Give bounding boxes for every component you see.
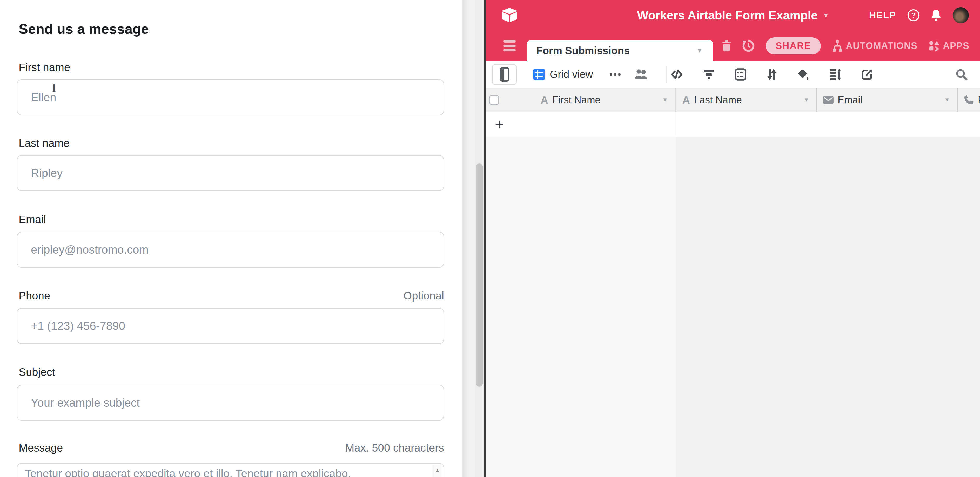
column-dropdown-caret-icon[interactable]: ▼ bbox=[944, 97, 950, 103]
apps-icon bbox=[929, 40, 940, 52]
subject-input[interactable] bbox=[17, 385, 444, 421]
group-button[interactable] bbox=[735, 68, 746, 81]
base-title-menu[interactable]: Workers Airtable Form Example ▼ bbox=[637, 0, 829, 31]
add-record-plus-icon[interactable]: + bbox=[495, 117, 503, 132]
email-input[interactable] bbox=[17, 232, 444, 268]
tables-menu-button[interactable] bbox=[503, 40, 516, 51]
tabrow-right-group: SHARE AUTOMATIONS bbox=[722, 31, 969, 61]
message-label: Message bbox=[19, 442, 63, 454]
user-avatar[interactable] bbox=[953, 7, 969, 23]
history-icon[interactable] bbox=[742, 40, 754, 52]
view-options-ellipsis-button[interactable] bbox=[610, 73, 620, 76]
phone-input[interactable] bbox=[17, 308, 444, 344]
view-name-label[interactable]: Grid view bbox=[550, 68, 593, 80]
airtable-topbar: Workers Airtable Form Example ▼ HELP ? bbox=[486, 0, 980, 31]
grid-header-row: A First Name ▼ A Last Name ▼ Email ▼ bbox=[486, 88, 980, 112]
table-caret-icon: ▼ bbox=[697, 47, 703, 54]
contact-form-pane: Send us a message First name I Last name… bbox=[0, 0, 463, 477]
row-height-button[interactable] bbox=[829, 68, 842, 81]
question-circle-icon[interactable]: ? bbox=[908, 10, 920, 21]
collaborators-icon[interactable] bbox=[635, 68, 648, 81]
last-name-label: Last name bbox=[19, 137, 70, 149]
sort-button[interactable] bbox=[767, 68, 777, 81]
view-sidebar-toggle-button[interactable] bbox=[492, 64, 517, 85]
automations-label: AUTOMATIONS bbox=[846, 41, 918, 51]
column-dropdown-caret-icon[interactable]: ▼ bbox=[803, 97, 809, 103]
base-title-caret-icon: ▼ bbox=[823, 12, 829, 19]
automations-icon bbox=[832, 40, 843, 52]
column-header-phone[interactable]: Phone bbox=[958, 88, 980, 112]
active-table-tab[interactable]: Form Submissions ▼ bbox=[527, 40, 713, 61]
column-header-first-name[interactable]: A First Name ▼ bbox=[486, 88, 676, 112]
page-scrollbar-track[interactable] bbox=[475, 0, 484, 477]
message-maxchars-hint: Max. 500 characters bbox=[345, 442, 444, 454]
first-name-label: First name bbox=[19, 61, 70, 74]
phone-optional-hint: Optional bbox=[404, 290, 444, 302]
select-all-checkbox[interactable] bbox=[489, 95, 499, 105]
airtable-tabrow: Form Submissions ▼ SHARE bbox=[486, 31, 980, 61]
scroll-up-arrow-icon[interactable]: ▲ bbox=[433, 465, 441, 473]
bell-icon[interactable] bbox=[931, 10, 941, 21]
column-divider bbox=[676, 137, 676, 477]
message-scrollbar[interactable]: ▲ bbox=[433, 465, 441, 477]
filter-button[interactable] bbox=[703, 69, 714, 80]
last-name-input[interactable] bbox=[17, 155, 444, 191]
message-text: Tenetur optio quaerat expedita vero et i… bbox=[25, 467, 351, 477]
sidebar-toggle-icon bbox=[500, 67, 509, 82]
column-divider bbox=[676, 112, 676, 136]
page-scrollbar-thumb[interactable] bbox=[476, 163, 483, 387]
search-icon[interactable] bbox=[956, 68, 967, 81]
email-field-type-icon bbox=[823, 96, 834, 104]
form-heading: Send us a message bbox=[19, 21, 149, 37]
grid-view-icon[interactable] bbox=[533, 68, 545, 81]
apps-label: APPS bbox=[943, 41, 969, 51]
share-view-button[interactable] bbox=[862, 69, 873, 80]
message-textarea[interactable]: Tenetur optio quaerat expedita vero et i… bbox=[17, 463, 444, 477]
active-table-name: Form Submissions bbox=[536, 45, 630, 57]
column-header-last-name[interactable]: A Last Name ▼ bbox=[676, 88, 817, 112]
color-button[interactable] bbox=[797, 68, 809, 81]
share-button[interactable]: SHARE bbox=[766, 37, 821, 54]
window-edge bbox=[484, 0, 486, 477]
automations-button[interactable]: AUTOMATIONS bbox=[832, 40, 918, 52]
screen: Send us a message First name I Last name… bbox=[0, 0, 980, 477]
grid-body-background bbox=[676, 137, 980, 477]
help-button[interactable]: HELP bbox=[869, 10, 896, 21]
toolbar-divider bbox=[666, 66, 667, 83]
subject-label: Subject bbox=[19, 366, 55, 379]
phone-label: Phone bbox=[19, 290, 50, 302]
hide-fields-button[interactable] bbox=[670, 69, 683, 80]
apps-button[interactable]: APPS bbox=[929, 40, 969, 52]
phone-field-type-icon bbox=[964, 95, 974, 105]
column-header-email[interactable]: Email ▼ bbox=[817, 88, 958, 112]
base-title: Workers Airtable Form Example bbox=[637, 8, 818, 22]
trash-icon[interactable] bbox=[722, 40, 731, 52]
column-dropdown-caret-icon[interactable]: ▼ bbox=[662, 97, 668, 103]
text-field-type-icon: A bbox=[682, 94, 690, 106]
pane-gutter bbox=[463, 0, 475, 477]
grid-body bbox=[486, 137, 980, 477]
airtable-logo-icon[interactable] bbox=[501, 8, 518, 23]
add-record-row[interactable]: + bbox=[486, 112, 980, 137]
text-field-type-icon: A bbox=[541, 94, 548, 106]
airtable-window: Workers Airtable Form Example ▼ HELP ? F… bbox=[486, 0, 980, 477]
topbar-right-group: HELP ? bbox=[869, 7, 969, 23]
first-name-input[interactable] bbox=[17, 79, 444, 115]
view-toolbar: Grid view bbox=[486, 61, 980, 88]
grid-body-record-area bbox=[486, 137, 676, 477]
email-label: Email bbox=[19, 213, 46, 226]
